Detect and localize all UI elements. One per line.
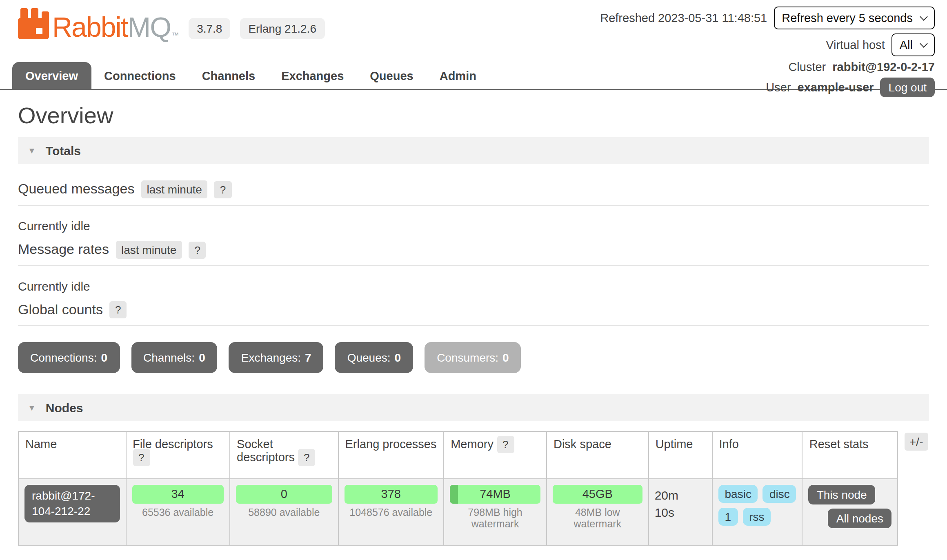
chevron-down-icon bbox=[920, 39, 928, 47]
disk-space-bar: 45GB bbox=[553, 485, 642, 504]
file-descriptors-bar: 34 bbox=[132, 485, 224, 504]
node-name-badge[interactable]: rabbit@172-104-212-22 bbox=[24, 485, 120, 522]
message-rates-label: Message rates bbox=[18, 242, 109, 258]
reset-this-node-button[interactable]: This node bbox=[809, 485, 875, 504]
col-reset-stats: Reset stats bbox=[803, 431, 898, 479]
queued-messages-heading-row: Queued messages last minute ? bbox=[18, 180, 929, 206]
column-selector-button[interactable]: +/- bbox=[905, 433, 928, 451]
header-status-area: Refreshed 2023-05-31 11:48:51 Refresh ev… bbox=[600, 7, 935, 97]
global-counts-label: Global counts bbox=[18, 302, 103, 318]
nodes-table-header-row: Name File descriptors ? Socket descripto… bbox=[18, 431, 898, 479]
info-cell: basic disc 1 rss bbox=[712, 479, 803, 546]
socket-descriptors-available: 58890 available bbox=[236, 507, 332, 518]
memory-used-bar bbox=[450, 485, 458, 504]
info-badge-basic: basic bbox=[718, 485, 758, 503]
col-uptime: Uptime bbox=[649, 431, 712, 479]
rates-chart-period-badge[interactable]: last minute bbox=[116, 241, 182, 259]
user-name: example-user bbox=[798, 81, 874, 94]
col-erlang-processes: Erlang processes bbox=[338, 431, 444, 479]
tab-exchanges[interactable]: Exchanges bbox=[268, 62, 357, 89]
col-info: Info bbox=[712, 431, 803, 479]
col-disk-space: Disk space bbox=[547, 431, 649, 479]
cluster-label: Cluster bbox=[788, 60, 826, 73]
page-title: Overview bbox=[18, 103, 929, 129]
socket-descriptors-help-icon[interactable]: ? bbox=[298, 449, 315, 466]
queued-idle-text: Currently idle bbox=[18, 219, 929, 233]
nodes-section-label: Nodes bbox=[46, 401, 83, 415]
rabbitmq-logo[interactable]: RabbitMQ™ bbox=[18, 8, 179, 41]
totals-section-header[interactable]: ▼ Totals bbox=[18, 137, 929, 164]
memory-help-icon[interactable]: ? bbox=[497, 436, 514, 453]
user-label: User bbox=[766, 81, 791, 94]
exchanges-count-button[interactable]: Exchanges:7 bbox=[229, 342, 324, 373]
memory-bar: 74MB bbox=[450, 485, 540, 504]
queues-count-button[interactable]: Queues:0 bbox=[335, 342, 413, 373]
col-memory: Memory ? bbox=[444, 431, 547, 479]
memory-cell: 74MB 798MB high watermark bbox=[444, 479, 547, 546]
reset-stats-cell: This node All nodes bbox=[803, 479, 898, 546]
chevron-down-icon bbox=[920, 12, 928, 20]
memory-watermark: 798MB high watermark bbox=[450, 507, 540, 530]
nodes-table-area: Name File descriptors ? Socket descripto… bbox=[18, 431, 929, 546]
refreshed-timestamp: Refreshed 2023-05-31 11:48:51 bbox=[600, 11, 767, 24]
consumers-count-button: Consumers:0 bbox=[425, 342, 521, 373]
col-socket-descriptors: Socket descriptors ? bbox=[230, 431, 338, 479]
collapse-down-triangle-icon: ▼ bbox=[28, 147, 36, 155]
disk-space-watermark: 48MB low watermark bbox=[553, 507, 642, 530]
tab-overview[interactable]: Overview bbox=[12, 62, 91, 89]
erlang-processes-available: 1048576 available bbox=[344, 507, 438, 518]
uptime-cell: 20m 10s bbox=[649, 479, 712, 546]
info-badge-rss: rss bbox=[742, 508, 771, 526]
logo-text: RabbitMQ™ bbox=[52, 13, 179, 41]
queued-help-icon[interactable]: ? bbox=[214, 181, 231, 198]
rabbitmq-rabbit-icon bbox=[18, 8, 49, 41]
nodes-table: Name File descriptors ? Socket descripto… bbox=[18, 431, 898, 546]
node-row: rabbit@172-104-212-22 34 65536 available… bbox=[18, 479, 898, 546]
nodes-section-header[interactable]: ▼ Nodes bbox=[18, 394, 929, 421]
info-badge-count: 1 bbox=[718, 508, 738, 526]
rabbitmq-overview-page: RabbitMQ™ 3.7.8 Erlang 21.2.6 Refreshed … bbox=[0, 0, 947, 560]
refresh-interval-select[interactable]: Refresh every 5 seconds bbox=[774, 7, 935, 29]
file-descriptors-cell: 34 65536 available bbox=[126, 479, 230, 546]
cluster-name: rabbit@192-0-2-17 bbox=[832, 60, 935, 73]
global-counts-help-icon[interactable]: ? bbox=[109, 301, 127, 318]
tab-admin[interactable]: Admin bbox=[427, 62, 489, 89]
rates-help-icon[interactable]: ? bbox=[189, 241, 206, 258]
collapse-down-triangle-icon: ▼ bbox=[28, 404, 36, 412]
version-badge: 3.7.8 bbox=[189, 18, 230, 39]
tab-channels[interactable]: Channels bbox=[189, 62, 269, 89]
main-content: Overview ▼ Totals Queued messages last m… bbox=[0, 103, 947, 560]
node-name-cell: rabbit@172-104-212-22 bbox=[18, 479, 126, 546]
socket-descriptors-bar: 0 bbox=[236, 485, 332, 504]
reset-all-nodes-button[interactable]: All nodes bbox=[828, 509, 891, 528]
virtual-host-select[interactable]: All bbox=[891, 33, 935, 56]
global-counts-buttons: Connections:0 Channels:0 Exchanges:7 Que… bbox=[18, 342, 929, 373]
file-descriptors-help-icon[interactable]: ? bbox=[133, 449, 150, 466]
erlang-processes-cell: 378 1048576 available bbox=[338, 479, 444, 546]
socket-descriptors-cell: 0 58890 available bbox=[230, 479, 338, 546]
virtual-host-label: Virtual host bbox=[826, 38, 885, 51]
connections-count-button[interactable]: Connections:0 bbox=[18, 342, 120, 373]
disk-space-cell: 45GB 48MB low watermark bbox=[547, 479, 649, 546]
col-file-descriptors: File descriptors ? bbox=[126, 431, 230, 479]
info-badge-disc: disc bbox=[763, 485, 796, 503]
erlang-processes-bar: 378 bbox=[344, 485, 438, 504]
rates-idle-text: Currently idle bbox=[18, 279, 929, 293]
channels-count-button[interactable]: Channels:0 bbox=[131, 342, 218, 373]
col-name: Name bbox=[18, 431, 126, 479]
message-rates-heading-row: Message rates last minute ? bbox=[18, 241, 929, 266]
tab-queues[interactable]: Queues bbox=[357, 62, 426, 89]
logout-button[interactable]: Log out bbox=[880, 78, 935, 97]
global-counts-heading-row: Global counts ? bbox=[18, 301, 929, 326]
erlang-version-badge: Erlang 21.2.6 bbox=[240, 18, 325, 39]
tab-connections[interactable]: Connections bbox=[91, 62, 189, 89]
header: RabbitMQ™ 3.7.8 Erlang 21.2.6 Refreshed … bbox=[0, 0, 947, 90]
file-descriptors-available: 65536 available bbox=[132, 507, 224, 518]
queued-chart-period-badge[interactable]: last minute bbox=[141, 180, 207, 198]
nav-tabs: Overview Connections Channels Exchanges … bbox=[12, 62, 489, 89]
queued-messages-label: Queued messages bbox=[18, 181, 134, 198]
totals-section-label: Totals bbox=[46, 144, 81, 158]
